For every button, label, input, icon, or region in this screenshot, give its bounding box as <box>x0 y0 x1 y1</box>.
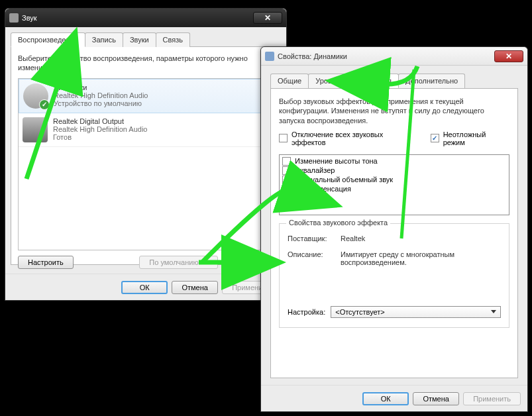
description-value: Имитирует среду с многократным воспроизв… <box>341 250 501 266</box>
enhancements-desc: Выбор звуковых эффектов для применения к… <box>279 97 509 125</box>
tab-content: Выберите устройство воспроизведения, пар… <box>11 46 281 265</box>
effect-label: Изменение высоты тона <box>295 157 378 165</box>
effect-label: Тонкомпенсация <box>295 185 351 193</box>
window-title: Свойства: Динамики <box>278 52 494 60</box>
dialog-buttons: ОК Отмена Применить <box>261 385 527 411</box>
device-item-speakers[interactable]: ✓ Динамики Realtek High Definition Audio… <box>19 79 273 113</box>
titlebar-props[interactable]: Свойства: Динамики ✕ <box>261 47 527 66</box>
effect-row[interactable]: Эквалайзер <box>282 166 506 175</box>
cancel-button[interactable]: Отмена <box>413 392 459 405</box>
device-status: Устройство по умолчанию <box>54 99 148 107</box>
description-label: Описание: <box>288 250 341 266</box>
set-default-button[interactable]: По умолчанию <box>139 256 217 269</box>
device-item-digital[interactable]: Realtek Digital Output Realtek High Defi… <box>19 113 273 147</box>
effect-label: Эквалайзер <box>295 166 335 174</box>
urgent-mode-row[interactable]: Неотложный режим <box>431 130 509 146</box>
titlebar-sound[interactable]: Звук ✕ <box>5 9 286 27</box>
tab-record[interactable]: Запись <box>85 32 123 47</box>
device-driver: Realtek High Definition Audio <box>53 125 147 133</box>
properties-window: Свойства: Динамики ✕ Общие Уровни Улучше… <box>260 46 528 412</box>
speaker-props-icon <box>265 52 274 61</box>
configure-button[interactable]: Настроить <box>18 256 74 269</box>
effect-checkbox[interactable] <box>282 185 291 193</box>
tab-advanced[interactable]: Дополнительно <box>398 74 465 88</box>
effect-row[interactable]: Изменение высоты тона <box>282 157 506 166</box>
tab-enhancements[interactable]: Улучшения <box>346 74 399 88</box>
default-check-icon: ✓ <box>39 99 50 110</box>
urgent-mode-label: Неотложный режим <box>443 130 509 146</box>
disable-all-label: Отключение всех звуковых эффектов <box>292 130 419 146</box>
dialog-buttons: ОК Отмена Применить <box>5 274 286 300</box>
ok-button[interactable]: ОК <box>362 392 409 405</box>
effect-props-fieldset: Свойства звукового эффекта Поставщик: Re… <box>279 223 509 328</box>
setting-combo[interactable]: <Отсутствует> <box>331 306 501 318</box>
close-icon[interactable]: ✕ <box>253 12 282 24</box>
disable-all-checkbox[interactable] <box>279 134 288 142</box>
effects-list[interactable]: Изменение высоты тона Эквалайзер Виртуал… <box>279 154 509 215</box>
apply-button[interactable]: Применить <box>463 392 521 405</box>
speaker-icon: ✓ <box>23 83 48 109</box>
tab-playback[interactable]: Воспроизведение <box>11 32 85 47</box>
effect-row[interactable]: Тонкомпенсация <box>282 185 506 193</box>
cancel-button[interactable]: Отмена <box>172 281 218 294</box>
device-list[interactable]: ✓ Динамики Realtek High Definition Audio… <box>18 78 274 250</box>
provider-value: Realtek <box>341 234 501 242</box>
device-name: Realtek Digital Output <box>53 117 147 125</box>
close-icon[interactable]: ✕ <box>494 50 523 62</box>
provider-label: Поставщик: <box>288 234 341 242</box>
effect-label: Виртуальный объемный звук <box>295 176 393 183</box>
props-tab-content: Выбор звуковых эффектов для применения к… <box>270 88 518 378</box>
disable-all-row[interactable]: Отключение всех звуковых эффектов <box>279 130 419 146</box>
device-buttons: Настроить По умолчанию Свойства <box>18 256 274 269</box>
effect-checkbox[interactable] <box>282 157 291 166</box>
tab-comm[interactable]: Связь <box>156 32 190 47</box>
tab-sounds[interactable]: Звуки <box>123 32 156 47</box>
effect-row[interactable]: Виртуальный объемный звук <box>282 176 506 184</box>
tab-general[interactable]: Общие <box>270 74 309 88</box>
device-status: Готов <box>53 133 147 141</box>
urgent-mode-checkbox[interactable] <box>431 134 439 142</box>
setting-label: Настройка: <box>288 308 325 316</box>
digital-output-icon <box>23 117 48 142</box>
device-name: Динамики <box>54 83 148 91</box>
props-tabs: Общие Уровни Улучшения Дополнительно <box>270 74 518 88</box>
sound-icon <box>9 13 19 23</box>
device-driver: Realtek High Definition Audio <box>54 91 148 99</box>
sound-window: Звук ✕ Воспроизведение Запись Звуки Связ… <box>5 8 287 301</box>
fieldset-legend: Свойства звукового эффекта <box>286 219 390 227</box>
setting-value: <Отсутствует> <box>335 308 385 316</box>
sound-tabs: Воспроизведение Запись Звуки Связь <box>11 32 281 47</box>
tab-levels[interactable]: Уровни <box>308 74 347 88</box>
effect-checkbox[interactable] <box>282 176 291 184</box>
ok-button[interactable]: ОК <box>121 281 168 294</box>
instruction-text: Выберите устройство воспроизведения, пар… <box>18 54 274 73</box>
window-title: Звук <box>22 14 253 22</box>
effect-checkbox[interactable] <box>282 166 291 175</box>
